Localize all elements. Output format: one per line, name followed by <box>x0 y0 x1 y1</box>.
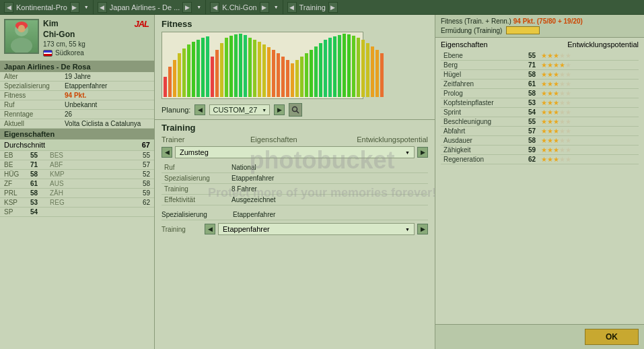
trainer-nav-left[interactable]: ◀ <box>162 147 172 158</box>
avatar <box>4 19 39 54</box>
player-header: Kim Chi-Gon 173 cm, 55 kg Südkorea JAL <box>0 15 154 61</box>
star-empty-icon: ★ <box>565 156 571 163</box>
title-label-1: Kontinental-Pro <box>16 3 67 11</box>
eigen-stars: ★★★★★ <box>538 98 639 108</box>
svg-point-1 <box>11 38 32 53</box>
dropdown-icon-3[interactable]: ▼ <box>274 5 279 9</box>
star-empty-icon: ★ <box>565 61 571 69</box>
star-empty-icon: ★ <box>559 146 565 154</box>
star-filled-icon: ★ <box>547 80 553 88</box>
eigen-value: 55 <box>515 117 538 127</box>
fitness-bar <box>192 42 195 97</box>
planung-select[interactable]: CUSTOM_27 ▼ <box>209 104 270 115</box>
attr-value: 54 <box>30 208 47 216</box>
star-filled-icon: ★ <box>547 71 553 78</box>
team-logo-area: JAL <box>134 19 149 29</box>
training-select-row: Training ◀ Etappenfahrer ▼ ▶ <box>162 223 428 235</box>
training-type-nav-right[interactable]: ▶ <box>417 224 428 234</box>
eigen-row: Kopfsteinpflaster 53 ★★★★★ <box>441 98 639 108</box>
star-filled-icon: ★ <box>547 146 553 154</box>
trainer-nav-right[interactable]: ▶ <box>417 147 428 158</box>
dropdown-icon-2[interactable]: ▼ <box>196 5 201 9</box>
fitness-bar <box>248 38 252 97</box>
star-filled-icon: ★ <box>547 118 553 125</box>
eigen-value: 62 <box>515 155 538 164</box>
star-empty-icon: ★ <box>559 90 565 97</box>
durchschnitt-label: Durchschnitt <box>4 141 45 149</box>
fitness-bar <box>300 57 303 97</box>
info-value-ruf: Unbekannt <box>61 100 154 110</box>
fitness-bar <box>244 35 247 97</box>
planung-nav-left[interactable]: ◀ <box>194 104 205 115</box>
fitness-bar <box>239 34 242 97</box>
durchschnitt-row: Durchschnitt 67 <box>0 139 154 151</box>
nav-left-4[interactable]: ◀ <box>287 2 297 13</box>
eigen-stars: ★★★★★ <box>538 89 639 98</box>
title-segment-3: ◀ K.Chi-Gon ▶ ▼ <box>206 0 283 14</box>
planung-dropdown-icon: ▼ <box>262 108 266 113</box>
dropdown-icon-1[interactable]: ▼ <box>84 5 89 9</box>
fitness-bar <box>371 46 374 97</box>
fitness-info-bar: Fitness (Train. + Renn.) 94 Pkt. (75/80 … <box>435 15 644 38</box>
attribute-row: PRL 58 ZÄH 59 <box>0 189 154 198</box>
nav-right-2[interactable]: ▶ <box>182 2 192 13</box>
fitness-bar <box>357 38 360 97</box>
fitness-bar <box>375 50 379 97</box>
star-filled-icon: ★ <box>547 52 553 59</box>
star-filled-icon: ★ <box>541 137 547 144</box>
nav-right-3[interactable]: ▶ <box>260 2 269 13</box>
eigen-stars: ★★★★★ <box>538 146 639 155</box>
attr-abbr2: AUS <box>50 180 140 187</box>
ok-button[interactable]: OK <box>585 329 639 345</box>
main-content: Kim Chi-Gon 173 cm, 55 kg Südkorea JAL J… <box>0 15 644 349</box>
star-filled-icon: ★ <box>541 146 547 154</box>
nav-right-1[interactable]: ▶ <box>70 2 79 13</box>
star-empty-icon: ★ <box>559 108 565 116</box>
fitness-bar <box>380 53 384 97</box>
star-filled-icon: ★ <box>553 99 559 106</box>
star-filled-icon: ★ <box>547 137 553 144</box>
eigenschaften-section-header: Eigenschaften <box>0 129 154 139</box>
eigen-value: 53 <box>515 98 538 108</box>
eigen-value: 55 <box>515 51 538 61</box>
info-row-aktuell: Aktuell Volta Ciclista a Catalunya <box>0 119 154 129</box>
eigen-stars: ★★★★★ <box>538 155 639 164</box>
training-type-select[interactable]: Etappenfahrer ▼ <box>218 223 415 235</box>
star-filled-icon: ★ <box>553 156 559 163</box>
nav-right-4[interactable]: ▶ <box>328 2 338 13</box>
eigen-label: Abfahrt <box>441 127 515 136</box>
info-row-ruf: Ruf Unbekannt <box>0 100 154 110</box>
attr-abbr2: REG <box>50 199 140 206</box>
info-label-alter: Alter <box>0 72 61 82</box>
title-segment-2: ◀ Japan Airlines - De ... ▶ ▼ <box>94 0 207 14</box>
fitness-bar <box>267 47 271 97</box>
star-empty-icon: ★ <box>559 118 565 125</box>
attr-abbr: EB <box>4 152 28 159</box>
star-filled-icon: ★ <box>553 90 559 97</box>
attr-abbr: SP <box>4 208 28 216</box>
search-button[interactable] <box>289 103 302 117</box>
trainer-select[interactable]: Zumsteg ▼ <box>175 146 415 158</box>
eigen-row: Zähigkeit 59 ★★★★★ <box>441 146 639 155</box>
title-bar: ◀ Kontinental-Pro ▶ ▼ ◀ Japan Airlines -… <box>0 0 644 15</box>
eigen-label: Prolog <box>441 89 515 98</box>
team-section-header: Japan Airlines - De Rosa <box>0 61 154 72</box>
nav-left-1[interactable]: ◀ <box>4 2 13 13</box>
attr-abbr: BE <box>4 161 28 168</box>
nav-left-3[interactable]: ◀ <box>210 2 219 13</box>
planung-nav-right[interactable]: ▶ <box>274 104 285 115</box>
star-filled-icon: ★ <box>541 52 547 59</box>
eigen-stars: ★★★★★ <box>538 108 639 117</box>
eigen-value: 58 <box>515 89 538 98</box>
star-empty-icon: ★ <box>559 156 565 163</box>
svg-point-6 <box>293 107 297 112</box>
eigen-row: Prolog 58 ★★★★★ <box>441 89 639 98</box>
ermudung-bar <box>506 26 540 34</box>
eigen-row: Zeitfahren 61 ★★★★★ <box>441 80 639 89</box>
fitness-bar <box>295 60 299 97</box>
eigen-row: Regeneration 62 ★★★★★ <box>441 155 639 164</box>
training-type-nav-left[interactable]: ◀ <box>205 224 215 234</box>
nav-left-2[interactable]: ◀ <box>98 2 107 13</box>
star-filled-icon: ★ <box>541 90 547 97</box>
training-spezialisierung-value: Etappenfahrer <box>229 173 428 184</box>
